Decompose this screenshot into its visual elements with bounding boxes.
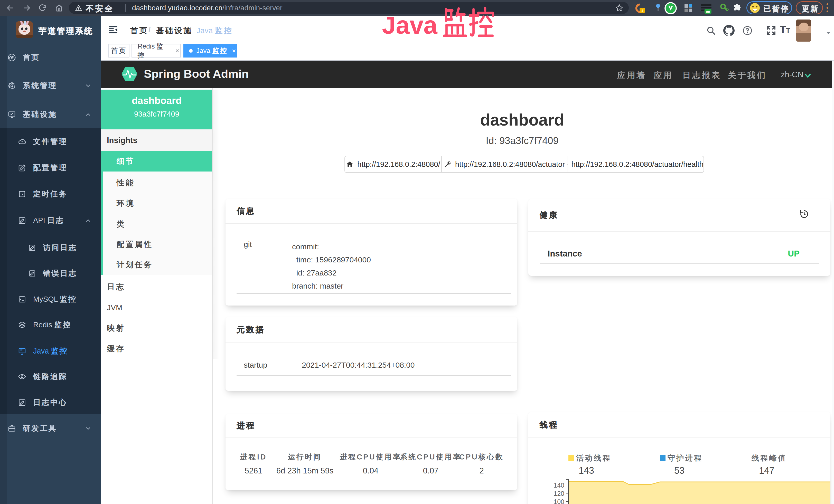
svg-text:120: 120 xyxy=(553,490,564,497)
svg-text:140: 140 xyxy=(553,482,564,489)
svg-text:on: on xyxy=(706,10,710,14)
svg-text:100: 100 xyxy=(553,498,564,504)
svg-text:1: 1 xyxy=(641,9,643,13)
